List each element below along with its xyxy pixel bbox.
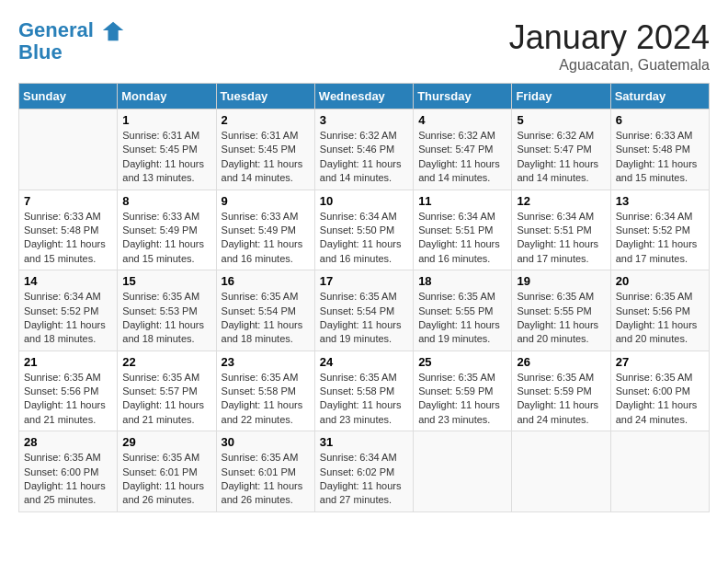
calendar-cell: 17Sunrise: 6:35 AMSunset: 5:54 PMDayligh… [314, 270, 413, 351]
day-info-text: Sunset: 6:01 PM [122, 465, 210, 479]
day-info-text: Daylight: 11 hours [616, 398, 704, 412]
day-info-text: Sunrise: 6:35 AM [320, 290, 408, 304]
day-info-text: and 15 minutes. [122, 252, 210, 266]
day-info-text: Sunrise: 6:35 AM [517, 371, 605, 385]
day-info-text: Sunset: 6:02 PM [320, 465, 408, 479]
day-info-text: Daylight: 11 hours [122, 318, 210, 332]
calendar-cell: 20Sunrise: 6:35 AMSunset: 5:56 PMDayligh… [610, 270, 709, 351]
day-number: 14 [24, 274, 112, 288]
day-info-text: Daylight: 11 hours [320, 318, 408, 332]
calendar-cell: 2Sunrise: 6:31 AMSunset: 5:45 PMDaylight… [216, 109, 314, 190]
day-info-text: Sunrise: 6:35 AM [222, 290, 310, 304]
calendar-cell: 15Sunrise: 6:35 AMSunset: 5:53 PMDayligh… [118, 270, 216, 351]
calendar-cell: 1Sunrise: 6:31 AMSunset: 5:45 PMDaylight… [118, 109, 216, 190]
svg-marker-0 [103, 22, 123, 41]
day-info-text: Sunrise: 6:31 AM [122, 129, 210, 143]
day-number: 1 [122, 113, 210, 127]
day-info-text: Daylight: 11 hours [517, 318, 605, 332]
location: Aguacatan, Guatemala [509, 57, 710, 74]
calendar-cell: 24Sunrise: 6:35 AMSunset: 5:58 PMDayligh… [314, 350, 413, 431]
day-number: 21 [24, 355, 112, 369]
day-info-text: Sunset: 5:54 PM [222, 304, 310, 318]
day-info-text: and 21 minutes. [24, 413, 112, 427]
calendar-cell: 25Sunrise: 6:35 AMSunset: 5:59 PMDayligh… [414, 350, 512, 431]
day-info-text: Sunset: 5:52 PM [616, 224, 704, 237]
calendar-cell: 22Sunrise: 6:35 AMSunset: 5:57 PMDayligh… [118, 350, 216, 431]
day-info-text: and 14 minutes. [517, 171, 605, 185]
calendar-cell [19, 109, 118, 190]
page-header: General Blue January 2024 Aguacatan, Gua… [18, 18, 710, 74]
calendar-cell: 18Sunrise: 6:35 AMSunset: 5:55 PMDayligh… [414, 270, 512, 351]
calendar-cell: 21Sunrise: 6:35 AMSunset: 5:56 PMDayligh… [19, 350, 118, 431]
calendar-cell: 28Sunrise: 6:35 AMSunset: 6:00 PMDayligh… [19, 431, 118, 512]
day-info-text: and 23 minutes. [418, 413, 506, 427]
day-number: 26 [517, 355, 605, 369]
day-info-text: Sunrise: 6:35 AM [418, 290, 506, 304]
calendar-cell: 26Sunrise: 6:35 AMSunset: 5:59 PMDayligh… [512, 350, 610, 431]
day-number: 5 [517, 113, 605, 127]
day-info-text: Daylight: 11 hours [517, 157, 605, 171]
day-info-text: Sunrise: 6:33 AM [24, 210, 112, 224]
day-info-text: Sunrise: 6:34 AM [24, 290, 112, 304]
day-info-text: and 17 minutes. [616, 252, 704, 266]
day-info-text: Sunrise: 6:32 AM [418, 129, 506, 143]
day-info-text: Sunset: 5:49 PM [122, 224, 210, 237]
day-info-text: Daylight: 11 hours [418, 318, 506, 332]
month-title: January 2024 [509, 18, 710, 57]
day-info-text: Daylight: 11 hours [222, 237, 310, 251]
day-number: 7 [24, 194, 112, 208]
day-info-text: Sunset: 5:54 PM [320, 304, 408, 318]
day-info-text: and 18 minutes. [24, 332, 112, 346]
weekday-header-thursday: Thursday [414, 84, 512, 109]
day-number: 23 [222, 355, 310, 369]
day-info-text: Daylight: 11 hours [24, 237, 112, 251]
day-info-text: Sunset: 5:48 PM [616, 143, 704, 156]
day-info-text: and 22 minutes. [222, 413, 310, 427]
day-info-text: Sunrise: 6:34 AM [418, 210, 506, 224]
day-info-text: and 24 minutes. [517, 413, 605, 427]
day-info-text: Sunset: 5:58 PM [320, 385, 408, 398]
day-number: 15 [122, 274, 210, 288]
day-info-text: Sunset: 5:47 PM [517, 143, 605, 156]
day-info-text: Sunrise: 6:34 AM [616, 210, 704, 224]
day-info-text: Daylight: 11 hours [320, 237, 408, 251]
day-info-text: Sunrise: 6:33 AM [122, 210, 210, 224]
day-info-text: and 23 minutes. [320, 413, 408, 427]
day-info-text: Sunset: 5:49 PM [222, 224, 310, 237]
day-info-text: Sunset: 5:56 PM [24, 385, 112, 398]
day-info-text: Sunrise: 6:34 AM [517, 210, 605, 224]
weekday-header-sunday: Sunday [19, 84, 118, 109]
day-info-text: Sunset: 5:53 PM [122, 304, 210, 318]
weekday-header-row: SundayMondayTuesdayWednesdayThursdayFrid… [19, 84, 710, 109]
day-info-text: Daylight: 11 hours [320, 479, 408, 493]
day-info-text: Sunset: 6:00 PM [24, 465, 112, 479]
calendar-cell: 8Sunrise: 6:33 AMSunset: 5:49 PMDaylight… [118, 190, 216, 270]
day-number: 4 [418, 113, 506, 127]
day-info-text: and 16 minutes. [418, 252, 506, 266]
day-info-text: and 13 minutes. [122, 171, 210, 185]
calendar-cell: 11Sunrise: 6:34 AMSunset: 5:51 PMDayligh… [414, 190, 512, 270]
day-info-text: Sunrise: 6:34 AM [320, 451, 408, 465]
weekday-header-saturday: Saturday [610, 84, 709, 109]
day-number: 16 [222, 274, 310, 288]
weekday-header-tuesday: Tuesday [216, 84, 314, 109]
day-info-text: Daylight: 11 hours [122, 237, 210, 251]
day-info-text: and 20 minutes. [517, 332, 605, 346]
day-number: 25 [418, 355, 506, 369]
day-info-text: Daylight: 11 hours [320, 398, 408, 412]
day-info-text: Daylight: 11 hours [222, 157, 310, 171]
day-info-text: Daylight: 11 hours [24, 398, 112, 412]
calendar-cell: 5Sunrise: 6:32 AMSunset: 5:47 PMDaylight… [512, 109, 610, 190]
calendar-cell: 10Sunrise: 6:34 AMSunset: 5:50 PMDayligh… [314, 190, 413, 270]
week-row-3: 14Sunrise: 6:34 AMSunset: 5:52 PMDayligh… [19, 270, 710, 351]
calendar-cell: 31Sunrise: 6:34 AMSunset: 6:02 PMDayligh… [314, 431, 413, 512]
day-info-text: Sunset: 5:58 PM [222, 385, 310, 398]
calendar-cell: 9Sunrise: 6:33 AMSunset: 5:49 PMDaylight… [216, 190, 314, 270]
weekday-header-monday: Monday [118, 84, 216, 109]
day-info-text: Sunrise: 6:32 AM [320, 129, 408, 143]
day-info-text: Sunset: 5:51 PM [517, 224, 605, 237]
day-info-text: Daylight: 11 hours [418, 398, 506, 412]
day-info-text: Daylight: 11 hours [320, 157, 408, 171]
day-info-text: and 27 minutes. [320, 493, 408, 507]
day-info-text: Sunrise: 6:35 AM [517, 290, 605, 304]
